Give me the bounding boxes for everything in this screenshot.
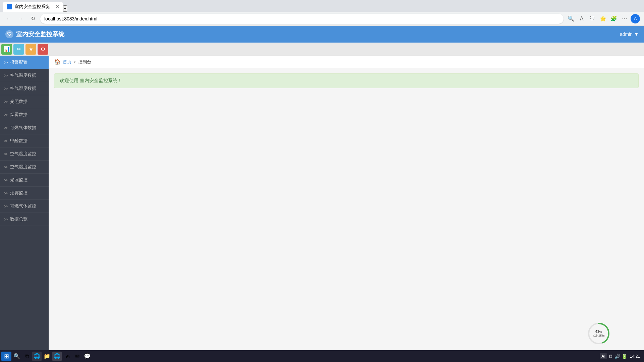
sidebar-chevron-10: ≫ [4, 191, 8, 195]
welcome-banner: 欢迎使用 室内安全监控系统！ [54, 73, 639, 88]
logo-icon: 🛡 [5, 30, 13, 38]
star-toolbar-btn[interactable]: ★ [25, 44, 36, 55]
username: admin [620, 32, 633, 37]
sidebar-label-11: 可燃气体监控 [10, 203, 36, 209]
perf-circle: 43% ↑19.1K/s [587, 322, 610, 345]
new-tab-button[interactable]: + [63, 5, 67, 12]
sidebar-label-8: 空气湿度监控 [10, 164, 36, 170]
translate-button[interactable]: A [577, 14, 586, 23]
sidebar-label-0: 报警配置 [10, 59, 28, 65]
tray-sound-icon: 🔊 [614, 354, 620, 359]
taskbar-search-icon[interactable]: 🔍 [12, 352, 21, 361]
taskbar-explorer-icon[interactable]: 📁 [42, 352, 52, 361]
sidebar-chevron-12: ≫ [4, 217, 8, 222]
perf-circle-text: 43% ↑19.1K/s [593, 329, 605, 338]
tray-battery-icon: 🔋 [622, 354, 627, 359]
content-area: 🏠 首页 > 控制台 欢迎使用 室内安全监控系统！ [49, 56, 644, 350]
welcome-text: 欢迎使用 室内安全监控系统！ [60, 78, 122, 83]
start-button[interactable]: ⊞ [1, 352, 11, 361]
shield-button[interactable]: 🛡 [588, 14, 597, 23]
sidebar-item-10[interactable]: ≫烟雾监控 [0, 187, 49, 200]
tray-network-icon: 🖥 [608, 354, 613, 359]
back-button[interactable]: ← [4, 14, 13, 23]
menu-button[interactable]: ⋯ [620, 14, 629, 23]
extension-button[interactable]: 🧩 [609, 14, 619, 23]
settings-toolbar-btn[interactable]: ⚙ [38, 44, 48, 55]
browser-controls: ← → ↻ 🔍 A 🛡 ⭐ 🧩 ⋯ A [0, 12, 644, 26]
sidebar-chevron-3: ≫ [4, 100, 8, 104]
sidebar-item-2[interactable]: ≫空气湿度数据 [0, 82, 49, 95]
taskbar-tray: Ai 🖥 🔊 🔋 14:21 [597, 353, 643, 359]
sidebar-item-6[interactable]: ≫甲醛数据 [0, 134, 49, 147]
sidebar-item-0[interactable]: ≫报警配置 [0, 56, 49, 69]
breadcrumb: 🏠 首页 > 控制台 [49, 56, 644, 68]
sidebar-chevron-5: ≫ [4, 126, 8, 130]
user-arrow: ▼ [634, 32, 639, 37]
main-container: ≫报警配置≫空气温度数据≫空气湿度数据≫光照数据≫烟雾数据≫可燃气体数据≫甲醛数… [0, 56, 644, 350]
taskbar-taskview-icon[interactable]: ⧉ [22, 352, 32, 361]
taskbar-mail-icon[interactable]: ✉ [72, 352, 82, 361]
tab-title: 室内安全监控系统 [15, 4, 50, 10]
user-info[interactable]: admin ▼ [620, 32, 639, 37]
sidebar-item-3[interactable]: ≫光照数据 [0, 95, 49, 108]
app-header: 🛡 室内安全监控系统 admin ▼ [0, 26, 644, 43]
sidebar-chevron-8: ≫ [4, 165, 8, 169]
taskbar-chrome-icon[interactable]: 🌐 [52, 352, 62, 361]
sidebar-chevron-9: ≫ [4, 178, 8, 182]
perf-speed: ↑19.1K/s [593, 334, 605, 338]
sidebar-item-7[interactable]: ≫空气温度监控 [0, 147, 49, 161]
taskbar-wechat-icon[interactable]: 💬 [83, 352, 92, 361]
sidebar-label-12: 数据总览 [10, 216, 28, 222]
forward-button[interactable]: → [16, 14, 25, 23]
address-bar[interactable] [40, 14, 564, 24]
sidebar-label-6: 甲醛数据 [10, 138, 28, 144]
sidebar-label-5: 可燃气体数据 [10, 125, 36, 131]
sidebar-chevron-6: ≫ [4, 139, 8, 143]
taskbar-ai-btn[interactable]: Ai [600, 353, 607, 359]
sidebar-label-10: 烟雾监控 [10, 190, 28, 196]
content-body: 欢迎使用 室内安全监控系统！ [49, 68, 644, 94]
search-button[interactable]: 🔍 [566, 14, 576, 23]
sidebar-label-7: 空气温度监控 [10, 151, 36, 157]
breadcrumb-home[interactable]: 首页 [63, 59, 71, 65]
chart-toolbar-btn[interactable]: 📊 [1, 44, 12, 55]
sidebar-label-9: 光照监控 [10, 177, 28, 183]
tab-close[interactable]: × [56, 4, 59, 10]
sidebar-chevron-4: ≫ [4, 113, 8, 117]
sidebar-item-5[interactable]: ≫可燃气体数据 [0, 121, 49, 134]
sidebar-item-11[interactable]: ≫可燃气体监控 [0, 200, 49, 213]
browser-tab-bar: 室内安全监控系统 × + [0, 0, 644, 12]
sidebar-item-4[interactable]: ≫烟雾数据 [0, 108, 49, 121]
sidebar: ≫报警配置≫空气温度数据≫空气湿度数据≫光照数据≫烟雾数据≫可燃气体数据≫甲醛数… [0, 56, 49, 350]
bookmark-button[interactable]: ⭐ [598, 14, 608, 23]
sidebar-chevron-2: ≫ [4, 86, 8, 91]
active-tab[interactable]: 室内安全监控系统 × [3, 2, 63, 12]
refresh-button[interactable]: ↻ [28, 14, 38, 23]
sidebar-label-2: 空气湿度数据 [10, 85, 36, 92]
edit-toolbar-btn[interactable]: ✏ [13, 44, 24, 55]
app-title: 室内安全监控系统 [16, 30, 64, 38]
sidebar-chevron-0: ≫ [4, 60, 8, 65]
sidebar-label-3: 光照数据 [10, 99, 28, 105]
sidebar-item-1[interactable]: ≫空气温度数据 [0, 69, 49, 82]
toolbar: 📊 ✏ ★ ⚙ [0, 43, 644, 56]
sidebar-label-1: 空气温度数据 [10, 72, 36, 78]
taskbar-time: 14:21 [630, 354, 640, 359]
sidebar-item-8[interactable]: ≫空气湿度监控 [0, 161, 49, 174]
breadcrumb-separator: > [73, 59, 76, 64]
perf-percent: 43% [593, 329, 605, 334]
sidebar-chevron-7: ≫ [4, 152, 8, 156]
taskbar-store-icon[interactable]: 🛍 [62, 352, 72, 361]
home-icon: 🏠 [54, 59, 61, 65]
app-logo: 🛡 室内安全监控系统 [5, 30, 620, 38]
profile-button[interactable]: A [631, 14, 640, 23]
browser-actions: 🔍 A 🛡 ⭐ 🧩 ⋯ A [566, 14, 640, 23]
sidebar-item-12[interactable]: ≫数据总览 [0, 213, 49, 226]
sidebar-label-4: 烟雾数据 [10, 112, 28, 118]
sidebar-item-9[interactable]: ≫光照监控 [0, 174, 49, 187]
taskbar: ⊞ 🔍 ⧉ 🌐 📁 🌐 🛍 ✉ 💬 Ai 🖥 🔊 🔋 14:21 [0, 350, 644, 362]
sidebar-chevron-1: ≫ [4, 73, 8, 78]
sidebar-chevron-11: ≫ [4, 204, 8, 208]
breadcrumb-current: 控制台 [78, 59, 91, 65]
taskbar-edge-icon[interactable]: 🌐 [32, 352, 42, 361]
